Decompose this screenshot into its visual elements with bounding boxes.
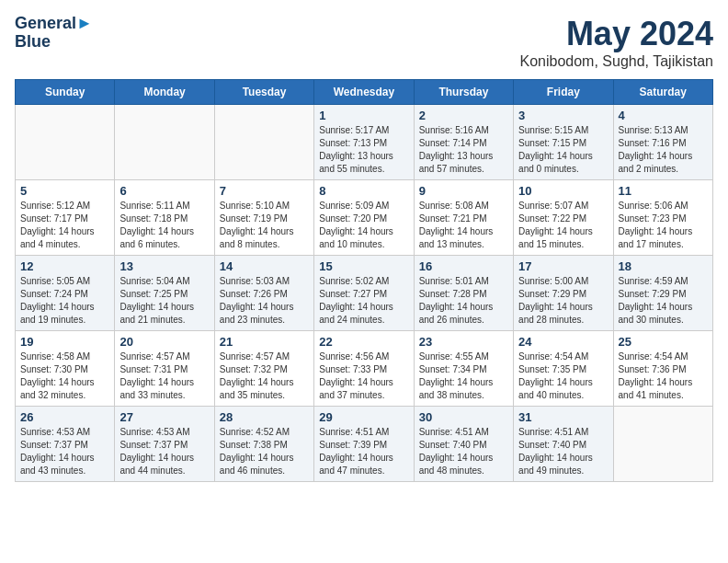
calendar-cell: 5Sunrise: 5:12 AMSunset: 7:17 PMDaylight…: [16, 180, 115, 256]
title-area: May 2024 Konibodom, Sughd, Tajikistan: [519, 15, 713, 70]
calendar-cell: 22Sunrise: 4:56 AMSunset: 7:33 PMDayligh…: [314, 331, 414, 407]
calendar-cell: 9Sunrise: 5:08 AMSunset: 7:21 PMDaylight…: [414, 180, 513, 256]
day-number: 21: [220, 335, 309, 349]
day-number: 1: [319, 109, 408, 122]
calendar-cell: 7Sunrise: 5:10 AMSunset: 7:19 PMDaylight…: [214, 180, 313, 256]
day-number: 9: [419, 184, 508, 198]
calendar-subtitle: Konibodom, Sughd, Tajikistan: [519, 53, 713, 70]
calendar-cell: 20Sunrise: 4:57 AMSunset: 7:31 PMDayligh…: [115, 331, 214, 407]
day-info: Sunrise: 5:00 AMSunset: 7:29 PMDaylight:…: [518, 275, 608, 327]
day-number: 3: [518, 109, 608, 122]
day-number: 24: [518, 335, 608, 349]
day-info: Sunrise: 4:57 AMSunset: 7:31 PMDaylight:…: [119, 350, 209, 402]
day-of-week-header: Tuesday: [214, 80, 313, 105]
calendar-cell: 11Sunrise: 5:06 AMSunset: 7:23 PMDayligh…: [613, 180, 712, 256]
day-info: Sunrise: 5:04 AMSunset: 7:25 PMDaylight:…: [119, 275, 209, 327]
day-info: Sunrise: 4:51 AMSunset: 7:39 PMDaylight:…: [319, 426, 408, 477]
day-number: 23: [419, 335, 508, 349]
day-of-week-header: Saturday: [613, 80, 712, 105]
day-info: Sunrise: 5:03 AMSunset: 7:26 PMDaylight:…: [220, 275, 309, 327]
calendar-title: May 2024: [519, 15, 713, 53]
calendar-week-row: 12Sunrise: 5:05 AMSunset: 7:24 PMDayligh…: [16, 256, 713, 331]
day-of-week-header: Wednesday: [314, 80, 414, 105]
day-number: 8: [319, 184, 408, 198]
calendar-week-row: 1Sunrise: 5:17 AMSunset: 7:13 PMDaylight…: [16, 105, 713, 180]
calendar-week-row: 5Sunrise: 5:12 AMSunset: 7:17 PMDaylight…: [16, 180, 713, 256]
day-info: Sunrise: 4:54 AMSunset: 7:36 PMDaylight:…: [619, 350, 708, 402]
day-info: Sunrise: 5:15 AMSunset: 7:15 PMDaylight:…: [518, 124, 608, 176]
day-number: 17: [518, 259, 608, 273]
day-number: 5: [20, 184, 109, 198]
day-info: Sunrise: 5:07 AMSunset: 7:22 PMDaylight:…: [518, 200, 608, 251]
calendar-cell: 28Sunrise: 4:52 AMSunset: 7:38 PMDayligh…: [214, 407, 313, 482]
day-info: Sunrise: 4:55 AMSunset: 7:34 PMDaylight:…: [419, 350, 508, 402]
day-info: Sunrise: 5:05 AMSunset: 7:24 PMDaylight:…: [20, 275, 109, 327]
calendar-cell: 13Sunrise: 5:04 AMSunset: 7:25 PMDayligh…: [115, 256, 214, 331]
calendar-cell: 10Sunrise: 5:07 AMSunset: 7:22 PMDayligh…: [514, 180, 613, 256]
day-number: 18: [619, 259, 708, 273]
day-number: 10: [518, 184, 608, 198]
day-info: Sunrise: 5:02 AMSunset: 7:27 PMDaylight:…: [319, 275, 408, 327]
day-number: 11: [619, 184, 708, 198]
calendar-header-row: SundayMondayTuesdayWednesdayThursdayFrid…: [16, 80, 713, 105]
page-header: General►Blue May 2024 Konibodom, Sughd, …: [15, 15, 713, 70]
day-number: 25: [619, 335, 708, 349]
calendar-cell: 31Sunrise: 4:51 AMSunset: 7:40 PMDayligh…: [514, 407, 613, 482]
day-number: 22: [319, 335, 408, 349]
calendar-cell: 17Sunrise: 5:00 AMSunset: 7:29 PMDayligh…: [514, 256, 613, 331]
calendar-cell: 25Sunrise: 4:54 AMSunset: 7:36 PMDayligh…: [613, 331, 712, 407]
day-info: Sunrise: 4:57 AMSunset: 7:32 PMDaylight:…: [220, 350, 309, 402]
calendar-cell: 24Sunrise: 4:54 AMSunset: 7:35 PMDayligh…: [514, 331, 613, 407]
day-of-week-header: Sunday: [16, 80, 115, 105]
calendar-cell: 15Sunrise: 5:02 AMSunset: 7:27 PMDayligh…: [314, 256, 414, 331]
day-number: 16: [419, 259, 508, 273]
calendar-cell: [214, 105, 313, 180]
day-of-week-header: Thursday: [414, 80, 513, 105]
day-of-week-header: Friday: [514, 80, 613, 105]
logo: General►Blue: [15, 15, 93, 52]
day-info: Sunrise: 4:54 AMSunset: 7:35 PMDaylight:…: [518, 350, 608, 402]
day-number: 2: [419, 109, 508, 122]
calendar-table: SundayMondayTuesdayWednesdayThursdayFrid…: [15, 79, 713, 482]
calendar-cell: 8Sunrise: 5:09 AMSunset: 7:20 PMDaylight…: [314, 180, 414, 256]
day-number: 14: [220, 259, 309, 273]
calendar-cell: 18Sunrise: 4:59 AMSunset: 7:29 PMDayligh…: [613, 256, 712, 331]
calendar-cell: 19Sunrise: 4:58 AMSunset: 7:30 PMDayligh…: [16, 331, 115, 407]
calendar-cell: 1Sunrise: 5:17 AMSunset: 7:13 PMDaylight…: [314, 105, 414, 180]
day-info: Sunrise: 5:16 AMSunset: 7:14 PMDaylight:…: [419, 124, 508, 176]
calendar-cell: [16, 105, 115, 180]
day-info: Sunrise: 5:08 AMSunset: 7:21 PMDaylight:…: [419, 200, 508, 251]
day-number: 12: [20, 259, 109, 273]
day-number: 19: [20, 335, 109, 349]
calendar-cell: 2Sunrise: 5:16 AMSunset: 7:14 PMDaylight…: [414, 105, 513, 180]
calendar-cell: 3Sunrise: 5:15 AMSunset: 7:15 PMDaylight…: [514, 105, 613, 180]
day-info: Sunrise: 4:58 AMSunset: 7:30 PMDaylight:…: [20, 350, 109, 402]
calendar-cell: 6Sunrise: 5:11 AMSunset: 7:18 PMDaylight…: [115, 180, 214, 256]
calendar-cell: 12Sunrise: 5:05 AMSunset: 7:24 PMDayligh…: [16, 256, 115, 331]
day-info: Sunrise: 5:06 AMSunset: 7:23 PMDaylight:…: [619, 200, 708, 251]
day-number: 29: [319, 410, 408, 424]
calendar-week-row: 19Sunrise: 4:58 AMSunset: 7:30 PMDayligh…: [16, 331, 713, 407]
day-number: 7: [220, 184, 309, 198]
day-number: 4: [619, 109, 708, 122]
calendar-cell: 29Sunrise: 4:51 AMSunset: 7:39 PMDayligh…: [314, 407, 414, 482]
day-number: 13: [119, 259, 209, 273]
day-info: Sunrise: 5:10 AMSunset: 7:19 PMDaylight:…: [220, 200, 309, 251]
day-info: Sunrise: 5:12 AMSunset: 7:17 PMDaylight:…: [20, 200, 109, 251]
day-number: 26: [20, 410, 109, 424]
calendar-cell: [115, 105, 214, 180]
day-info: Sunrise: 5:13 AMSunset: 7:16 PMDaylight:…: [619, 124, 708, 176]
day-number: 28: [220, 410, 309, 424]
day-info: Sunrise: 5:17 AMSunset: 7:13 PMDaylight:…: [319, 124, 408, 176]
day-info: Sunrise: 4:51 AMSunset: 7:40 PMDaylight:…: [518, 426, 608, 477]
day-info: Sunrise: 4:51 AMSunset: 7:40 PMDaylight:…: [419, 426, 508, 477]
calendar-cell: [613, 407, 712, 482]
calendar-cell: 27Sunrise: 4:53 AMSunset: 7:37 PMDayligh…: [115, 407, 214, 482]
calendar-week-row: 26Sunrise: 4:53 AMSunset: 7:37 PMDayligh…: [16, 407, 713, 482]
calendar-cell: 30Sunrise: 4:51 AMSunset: 7:40 PMDayligh…: [414, 407, 513, 482]
day-info: Sunrise: 4:53 AMSunset: 7:37 PMDaylight:…: [119, 426, 209, 477]
calendar-cell: 14Sunrise: 5:03 AMSunset: 7:26 PMDayligh…: [214, 256, 313, 331]
day-info: Sunrise: 4:59 AMSunset: 7:29 PMDaylight:…: [619, 275, 708, 327]
calendar-cell: 23Sunrise: 4:55 AMSunset: 7:34 PMDayligh…: [414, 331, 513, 407]
calendar-cell: 21Sunrise: 4:57 AMSunset: 7:32 PMDayligh…: [214, 331, 313, 407]
